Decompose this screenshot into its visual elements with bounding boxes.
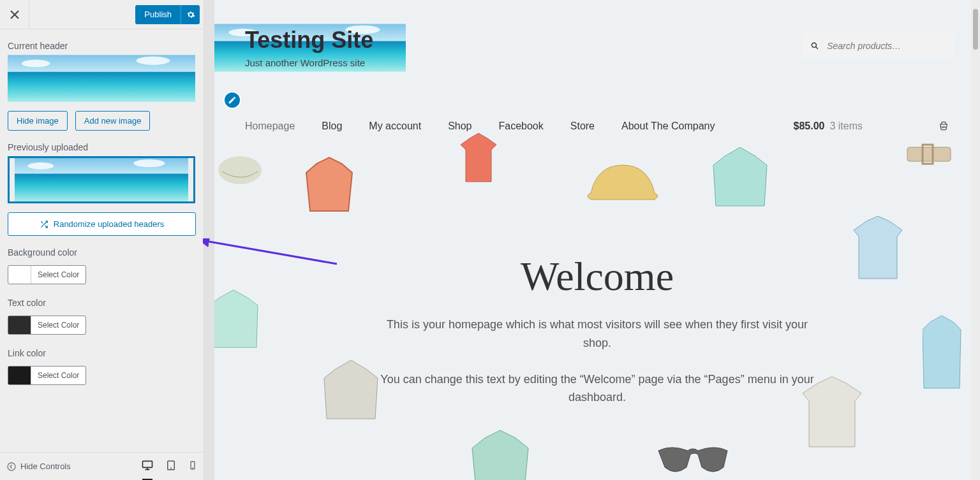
welcome-title: Welcome — [240, 253, 954, 300]
svg-point-11 — [812, 43, 816, 47]
select-color-label: Select Color — [31, 371, 85, 380]
nav-item-shop[interactable]: Shop — [448, 120, 471, 132]
publish-settings-button[interactable] — [181, 5, 200, 24]
svg-point-10 — [193, 467, 193, 468]
jacket-icon — [304, 151, 368, 221]
polo-icon — [852, 215, 923, 291]
mobile-preview-button[interactable] — [188, 460, 197, 474]
sidebar-scrollbar[interactable] — [204, 0, 214, 480]
site-tagline: Just another WordPress site — [245, 57, 373, 68]
belt-icon — [903, 137, 954, 175]
tablet-preview-button[interactable] — [165, 460, 177, 474]
sidebar-header: Publish — [0, 0, 204, 29]
publish-button[interactable]: Publish — [135, 5, 181, 24]
hoodie-icon — [712, 142, 782, 212]
current-header-label: Current header — [8, 41, 196, 51]
swatch-icon — [8, 316, 31, 334]
desktop-preview-button[interactable] — [141, 459, 154, 474]
sidebar-footer: Hide Controls — [0, 452, 204, 480]
nav-item-homepage[interactable]: Homepage — [245, 120, 295, 132]
shuffle-icon — [40, 220, 48, 229]
page-content: Welcome This is your homepage which is w… — [214, 145, 980, 480]
customizer-sidebar: Publish Current header Hide image Add ne… — [0, 0, 204, 480]
welcome-p2: You can change this text by editing the … — [380, 370, 814, 407]
cart-items: 3 items — [829, 120, 863, 132]
site-header: Testing Site Just another WordPress site… — [214, 0, 980, 145]
cap-icon — [584, 155, 661, 212]
site-preview: Testing Site Just another WordPress site… — [214, 0, 980, 480]
text-color-label: Text color — [8, 298, 196, 308]
hide-controls-button[interactable]: Hide Controls — [6, 462, 71, 472]
beach-thumb-icon — [8, 55, 195, 102]
sunglasses-icon — [655, 438, 731, 476]
beach-thumb-icon — [10, 158, 193, 201]
add-new-image-button[interactable]: Add new image — [75, 111, 151, 131]
gear-icon — [186, 10, 195, 19]
hide-controls-label: Hide Controls — [20, 462, 71, 471]
search-icon — [810, 41, 819, 51]
svg-rect-13 — [907, 147, 951, 161]
svg-point-8 — [171, 468, 172, 469]
swatch-icon — [8, 266, 31, 284]
desktop-icon — [141, 459, 154, 472]
tshirt-icon — [457, 132, 514, 189]
nav-item-store[interactable]: Store — [570, 120, 595, 132]
close-icon — [10, 10, 20, 20]
hoodie-icon — [214, 285, 265, 355]
link-color-picker[interactable]: Select Color — [8, 366, 86, 385]
previously-uploaded-label: Previously uploaded — [8, 142, 196, 152]
randomize-label: Randomize uploaded headers — [54, 219, 164, 229]
hide-image-button[interactable]: Hide image — [8, 111, 68, 131]
previous-header-thumb[interactable] — [8, 156, 195, 203]
randomize-headers-button[interactable]: Randomize uploaded headers — [8, 212, 196, 236]
hoodie-icon — [323, 355, 393, 425]
pencil-icon — [228, 96, 237, 105]
tshirt-icon — [801, 374, 884, 457]
mobile-icon — [188, 460, 197, 471]
hoodie-icon — [470, 425, 546, 480]
svg-point-5 — [8, 463, 15, 470]
current-header-thumb[interactable] — [8, 55, 195, 102]
swatch-icon — [8, 367, 31, 384]
background-color-picker[interactable]: Select Color — [8, 265, 86, 284]
link-color-label: Link color — [8, 348, 196, 358]
svg-point-12 — [218, 156, 262, 184]
text-color-picker[interactable]: Select Color — [8, 316, 86, 335]
svg-rect-6 — [143, 461, 152, 467]
select-color-label: Select Color — [31, 321, 85, 330]
close-button[interactable] — [0, 0, 29, 29]
chevron-left-icon — [6, 462, 17, 472]
primary-nav: Homepage Blog My account Shop Facebook S… — [214, 108, 980, 145]
hoodie-icon — [923, 310, 967, 393]
nav-item-blog[interactable]: Blog — [322, 120, 342, 132]
nav-item-about[interactable]: About The Company — [621, 120, 715, 132]
search-box[interactable] — [803, 33, 954, 59]
background-color-label: Background color — [8, 247, 196, 258]
site-title[interactable]: Testing Site — [245, 27, 373, 54]
basket-icon — [938, 120, 949, 132]
sidebar-body[interactable]: Current header Hide image Add new image … — [0, 29, 204, 452]
search-input[interactable] — [826, 40, 947, 52]
cart-link[interactable]: $85.00 3 items — [793, 120, 949, 132]
shoe-icon — [214, 145, 265, 189]
nav-item-facebook[interactable]: Facebook — [499, 120, 544, 132]
cart-total: $85.00 — [793, 120, 824, 132]
edit-shortcut-button[interactable] — [223, 91, 241, 109]
tablet-icon — [165, 460, 177, 471]
preview-scrollbar[interactable] — [971, 0, 980, 480]
welcome-p1: This is your homepage which is what most… — [380, 316, 814, 353]
select-color-label: Select Color — [31, 270, 85, 279]
nav-item-my-account[interactable]: My account — [369, 120, 421, 132]
